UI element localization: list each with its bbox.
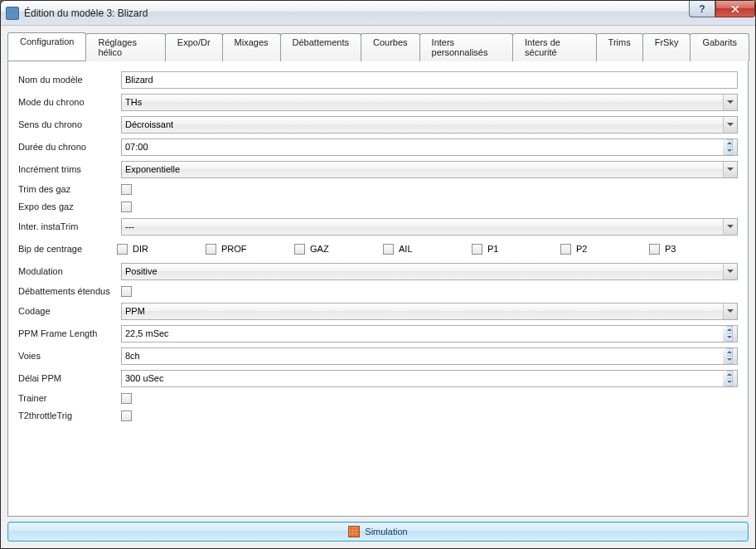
label-center-beep: Bip de centrage <box>18 244 117 254</box>
label-model-name: Nom du modèle <box>18 75 121 85</box>
spin-down-icon[interactable] <box>727 356 733 364</box>
app-icon <box>6 7 19 20</box>
tab-gabarits[interactable]: Gabarits <box>690 33 749 61</box>
label-thr-expo: Expo des gaz <box>18 202 121 211</box>
ppm-frame-stepper[interactable]: 22,5 mSec <box>121 325 738 343</box>
channels-stepper[interactable]: 8ch <box>121 347 738 365</box>
simulation-icon <box>348 526 360 537</box>
close-icon <box>731 6 739 12</box>
chevron-down-icon <box>723 95 737 110</box>
label-instatrim: Inter. instaTrim <box>18 221 121 231</box>
chevron-down-icon <box>723 304 737 319</box>
tab-expo-dr[interactable]: Expo/Dr <box>165 33 223 61</box>
trainer-checkbox[interactable] <box>121 393 132 404</box>
label-modulation: Modulation <box>18 266 121 276</box>
instatrim-select[interactable]: --- <box>121 218 738 236</box>
client-area: Configuration Réglages hélico Expo/Dr Mi… <box>1 26 755 548</box>
center-beep-prof-checkbox[interactable] <box>206 244 216 255</box>
tab-inters-personnalises[interactable]: Inters personnalisés <box>419 33 513 61</box>
chevron-down-icon <box>723 117 737 133</box>
trim-increment-select[interactable]: Exponentielle <box>121 161 738 178</box>
center-beep-p2-checkbox[interactable] <box>560 244 571 255</box>
window: Édition du modèle 3: Blizard ? Configura… <box>0 0 756 549</box>
label-trim-inc: Incrément trims <box>18 164 121 174</box>
chevron-down-icon <box>723 264 737 279</box>
tab-reglages-helico[interactable]: Réglages hélico <box>85 33 165 61</box>
spin-down-icon[interactable] <box>727 378 733 386</box>
tab-trims[interactable]: Trims <box>596 33 643 61</box>
label-ext-limits: Débattements étendus <box>18 286 121 296</box>
center-beep-ail-checkbox[interactable] <box>383 244 394 255</box>
close-button[interactable] <box>715 1 755 17</box>
timer-duration-stepper[interactable]: 07:00 <box>121 138 738 156</box>
label-ppm-frame: PPM Frame Length <box>18 328 121 338</box>
simulation-button[interactable]: Simulation <box>7 522 749 542</box>
spin-up-icon[interactable] <box>727 348 733 356</box>
label-timer-dir: Sens du chrono <box>18 119 121 129</box>
tab-panel-configuration: Nom du modèle Mode du chrono THs Sens du… <box>7 61 749 517</box>
timer-direction-select[interactable]: Décroissant <box>121 116 738 134</box>
label-encoding: Codage <box>18 306 121 316</box>
tab-strip: Configuration Réglages hélico Expo/Dr Mi… <box>7 32 749 61</box>
model-name-field[interactable] <box>121 71 738 89</box>
chevron-down-icon <box>723 162 737 177</box>
help-button[interactable]: ? <box>689 1 715 17</box>
extended-limits-checkbox[interactable] <box>121 286 132 297</box>
label-ppm-delay: Délai PPM <box>18 373 121 383</box>
label-thr-trim: Trim des gaz <box>18 184 121 194</box>
spin-down-icon[interactable] <box>727 333 733 342</box>
help-icon: ? <box>699 3 705 15</box>
chevron-down-icon <box>723 219 737 235</box>
center-beep-p3-checkbox[interactable] <box>649 244 660 255</box>
tab-courbes[interactable]: Courbes <box>361 33 420 61</box>
center-beep-gaz-checkbox[interactable] <box>294 244 305 255</box>
spin-down-icon[interactable] <box>727 147 733 155</box>
tab-configuration[interactable]: Configuration <box>7 32 86 61</box>
throttle-trim-checkbox[interactable] <box>121 184 132 195</box>
t2throttle-checkbox[interactable] <box>121 411 132 421</box>
titlebar: Édition du modèle 3: Blizard ? <box>1 1 755 26</box>
tab-mixages[interactable]: Mixages <box>222 33 281 61</box>
spin-up-icon[interactable] <box>727 371 733 378</box>
spin-up-icon[interactable] <box>727 326 733 333</box>
tab-frsky[interactable]: FrSky <box>642 33 691 61</box>
simulation-label: Simulation <box>365 527 407 537</box>
encoding-select[interactable]: PPM <box>121 303 738 320</box>
window-title: Édition du modèle 3: Blizard <box>24 7 148 19</box>
center-beep-dir-checkbox[interactable] <box>117 244 128 255</box>
label-timer-dur: Durée du chrono <box>18 142 121 152</box>
label-t2throttle: T2throttleTrig <box>18 411 121 420</box>
center-beep-p1-checkbox[interactable] <box>472 244 482 255</box>
tab-inters-securite[interactable]: Inters de sécurité <box>512 33 597 61</box>
center-beep-group: DIR PROF GAZ AIL P1 P2 P3 <box>117 244 738 255</box>
label-channels: Voies <box>18 351 121 361</box>
ppm-delay-stepper[interactable]: 300 uSec <box>121 370 738 387</box>
throttle-expo-checkbox[interactable] <box>121 202 132 212</box>
tab-debattements[interactable]: Débattements <box>280 33 361 61</box>
window-buttons: ? <box>689 1 755 17</box>
modulation-select[interactable]: Positive <box>121 263 738 280</box>
label-timer-mode: Mode du chrono <box>18 97 121 107</box>
spin-up-icon[interactable] <box>727 139 733 147</box>
label-trainer: Trainer <box>18 393 121 403</box>
timer-mode-select[interactable]: THs <box>121 94 738 111</box>
